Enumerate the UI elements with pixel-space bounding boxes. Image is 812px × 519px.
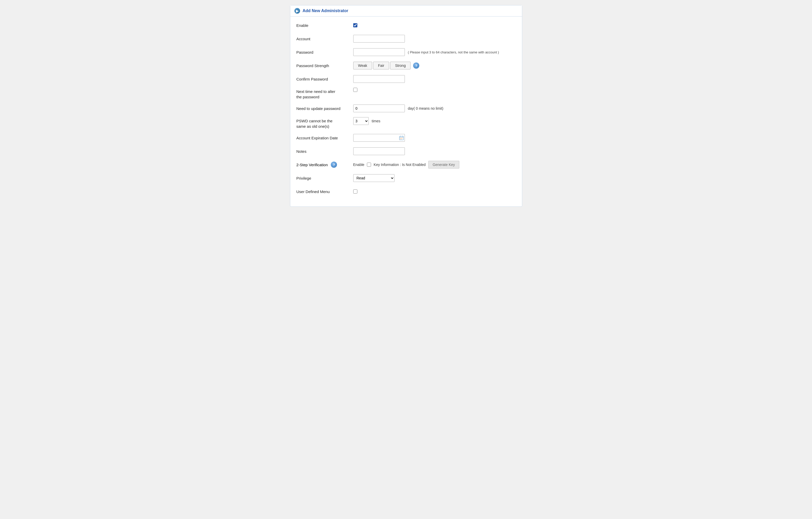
password-label: Password: [296, 50, 353, 55]
svg-rect-8: [401, 139, 402, 139]
password-strength-row: Password Strength Weak Fair Strong ?: [296, 61, 516, 70]
two-step-label-text: 2-Step Verification: [296, 163, 328, 167]
notes-row: Notes: [296, 147, 516, 156]
need-update-row: Need to update password day( 0 means no …: [296, 104, 516, 113]
strength-strong-btn[interactable]: Strong: [390, 62, 410, 69]
need-update-control: day( 0 means no limit): [353, 105, 516, 112]
account-control: [353, 35, 516, 42]
expiration-date-control: [353, 134, 516, 142]
privilege-control: Read Read/Write Admin: [353, 174, 516, 182]
user-defined-menu-control: [353, 190, 516, 194]
expiration-date-row: Account Expiration Date: [296, 133, 516, 142]
collapse-icon[interactable]: ▶: [294, 8, 300, 14]
add-admin-form: ▶ Add New Administrator Enable Account P…: [290, 5, 522, 207]
password-hint: ( Please input 3 to 64 characters, not t…: [408, 50, 499, 54]
form-title: Add New Administrator: [303, 8, 348, 13]
calendar-icon: [399, 136, 404, 140]
two-step-key-info: Key Information : Is Not Enabled: [374, 163, 426, 167]
calendar-icon-btn[interactable]: [399, 136, 404, 140]
strength-group: Weak Fair Strong ?: [353, 62, 419, 69]
confirm-password-input[interactable]: [353, 75, 405, 83]
enable-control: [353, 23, 516, 27]
account-row: Account: [296, 34, 516, 44]
next-time-alter-control: [353, 88, 516, 92]
confirm-password-row: Confirm Password: [296, 74, 516, 84]
account-input[interactable]: [353, 35, 405, 42]
generate-key-button[interactable]: Generate Key: [428, 161, 459, 169]
strength-fair-btn[interactable]: Fair: [373, 62, 389, 69]
two-step-label-area: 2-Step Verification ?: [296, 162, 353, 168]
enable-label: Enable: [296, 23, 353, 28]
svg-rect-6: [402, 138, 403, 138]
user-defined-menu-label: User Defined Menu: [296, 189, 353, 194]
privilege-select[interactable]: Read Read/Write Admin: [353, 174, 395, 182]
expiration-date-input[interactable]: [353, 134, 405, 142]
form-header: ▶ Add New Administrator: [290, 5, 522, 17]
two-step-row: 2-Step Verification ? Enable Key Informa…: [296, 160, 516, 169]
privilege-row: Privilege Read Read/Write Admin: [296, 173, 516, 183]
need-update-days-input[interactable]: [353, 105, 405, 112]
password-row: Password ( Please input 3 to 64 characte…: [296, 48, 516, 57]
two-step-enable-text: Enable: [353, 163, 365, 167]
need-update-label: Need to update password: [296, 106, 353, 111]
notes-input[interactable]: [353, 147, 405, 155]
user-defined-menu-row: User Defined Menu: [296, 187, 516, 196]
times-label: times: [372, 119, 380, 123]
two-step-help-icon[interactable]: ?: [331, 162, 337, 168]
password-strength-help-icon[interactable]: ?: [413, 62, 419, 69]
form-body: Enable Account Password ( Please input 3…: [290, 17, 522, 206]
password-strength-control: Weak Fair Strong ?: [353, 62, 516, 69]
confirm-password-control: [353, 75, 516, 83]
enable-row: Enable: [296, 21, 516, 30]
next-time-alter-checkbox[interactable]: [353, 88, 357, 92]
enable-checkbox[interactable]: [353, 23, 357, 27]
svg-rect-4: [400, 138, 401, 138]
expiration-date-label: Account Expiration Date: [296, 135, 353, 141]
pswd-same-select[interactable]: 1 2 3 4 5: [353, 117, 369, 125]
privilege-label: Privilege: [296, 175, 353, 181]
date-input-wrapper: [353, 134, 405, 142]
svg-rect-5: [401, 138, 402, 138]
two-step-enable-checkbox[interactable]: [367, 163, 371, 167]
next-time-alter-row: Next time need to alter the password: [296, 88, 516, 99]
strength-weak-btn[interactable]: Weak: [353, 62, 372, 69]
next-time-alter-label: Next time need to alter the password: [296, 88, 353, 99]
confirm-password-label: Confirm Password: [296, 77, 353, 82]
pswd-same-label: PSWD cannot be the same as old one(s): [296, 117, 353, 129]
account-label: Account: [296, 36, 353, 41]
svg-rect-7: [400, 139, 401, 139]
days-hint: day( 0 means no limit): [408, 106, 443, 111]
notes-control: [353, 147, 516, 155]
notes-label: Notes: [296, 149, 353, 154]
two-step-control: Enable Key Information : Is Not Enabled …: [353, 161, 516, 169]
password-input[interactable]: [353, 48, 405, 56]
user-defined-menu-checkbox[interactable]: [353, 190, 357, 194]
pswd-same-row: PSWD cannot be the same as old one(s) 1 …: [296, 117, 516, 129]
password-strength-label: Password Strength: [296, 63, 353, 68]
pswd-same-control: 1 2 3 4 5 times: [353, 117, 516, 125]
password-control: ( Please input 3 to 64 characters, not t…: [353, 48, 516, 56]
